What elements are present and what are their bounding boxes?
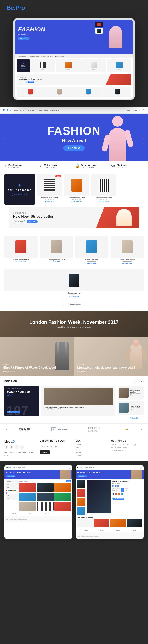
sidebar-color[interactable]: Color	[6, 486, 18, 489]
nav-login[interactable]: LOG IN	[127, 109, 132, 111]
tablet-hero-btn[interactable]: BUY NOW	[18, 37, 30, 40]
footer-nav-men[interactable]: MEN	[4, 451, 8, 453]
footer-nav-sale[interactable]: SALE	[29, 451, 33, 453]
screenshot-right-hero-text: MEN'S LIFESTYLE CLOTHING	[78, 472, 102, 474]
thumbnail-2[interactable]	[77, 489, 85, 497]
product-price-new-2: $100.00 USD	[71, 200, 82, 202]
view-all-link[interactable]: VIEW ALL ›	[130, 417, 139, 419]
load-more-icon: ⟳	[67, 303, 69, 305]
popular-middle-image	[44, 388, 113, 405]
footer-subscribe-input[interactable]	[40, 445, 72, 449]
popular-prev-arrow[interactable]: ‹	[134, 379, 138, 384]
screenshot-right-hero-btn[interactable]: SHOP NOW	[78, 475, 87, 477]
lifestyle-price-btn[interactable]: $0.00 USD	[13, 220, 25, 224]
size-m[interactable]: M	[121, 488, 124, 492]
screenshot-right-nav-cart: 🛒	[140, 466, 142, 470]
social-pinterest[interactable]: p	[20, 445, 24, 449]
nav-portfolio[interactable]: PORTFOLIO	[27, 109, 35, 111]
sidebar-price[interactable]: Price	[6, 494, 18, 497]
sidebar-size[interactable]: Size	[6, 483, 18, 486]
sidebar-category[interactable]: Category	[6, 480, 18, 483]
popular-browse-button[interactable]: Browse Store	[7, 410, 21, 413]
nav-home[interactable]: HOME	[14, 109, 18, 111]
nav-elements[interactable]: ELEMENTS	[50, 109, 59, 111]
product-image-1: SALE	[37, 174, 62, 196]
fashion-week-content: London Fashion Week, November 2017 Read …	[29, 320, 118, 328]
screenshot-product-6[interactable]	[54, 492, 71, 501]
product-detail-title: Slim Fit Formal Shirt	[112, 480, 142, 482]
lifestyle-banner: LIFESTYLE New Now: Striped cotton $0.00 …	[9, 207, 139, 228]
size-l[interactable]: L	[125, 488, 128, 492]
screenshot-product-7[interactable]	[19, 502, 36, 510]
screenshot-left-logo: Be.Pro	[6, 467, 11, 468]
screenshot-product-2[interactable]	[37, 483, 53, 492]
footer-men-shirt[interactable]: Shirt	[76, 446, 108, 448]
promo-cards-section: SUIT Slim Fit Prince of Wales Check Wool…	[0, 337, 148, 376]
footer-nav-lookbook[interactable]: LOOKBOOK	[18, 451, 27, 453]
website-preview: Be.Pro HOME SHOP PORTFOLIO PAGE BLOG ELE…	[0, 107, 148, 461]
popular-middle-title: The Best Fashion clothes from H&M Fashio…	[44, 406, 113, 408]
screenshot-product-8[interactable]	[37, 502, 53, 510]
footer-nav-blog[interactable]: BLOG	[4, 454, 9, 456]
social-twitter[interactable]: t	[10, 445, 14, 449]
social-instagram[interactable]: in	[15, 445, 19, 449]
sidebar-brand[interactable]: Brand	[6, 497, 18, 500]
color-swatch-dark[interactable]	[10, 490, 12, 492]
nav-search-icon[interactable]: 🔍	[143, 109, 145, 111]
footer-men-tshirt[interactable]: T-Shirt	[76, 444, 108, 446]
footer-men-hoodie[interactable]: Hoodie	[76, 452, 108, 454]
hero-arrow-left[interactable]: ‹	[3, 136, 5, 140]
feature-shipping: ✈ Free Shipping Free Shipping	[4, 164, 37, 168]
screenshot-product-4[interactable]	[19, 492, 36, 501]
hero-buy-now-button[interactable]: BUY NOW	[63, 146, 85, 151]
color-red[interactable]	[115, 493, 117, 495]
screenshot-product-3[interactable]	[54, 483, 71, 492]
popular-next-arrow[interactable]: ›	[139, 379, 144, 384]
color-swatch-red[interactable]	[6, 490, 8, 492]
nav-shop[interactable]: SHOP	[20, 109, 25, 111]
thumbnail-1[interactable]	[77, 480, 85, 488]
screenshot-left-hero-btn[interactable]: SHOP NOW	[6, 475, 16, 477]
nav-blog[interactable]: BLOG	[44, 109, 48, 111]
product-name-2: Flecked cotton Fitted	[68, 197, 85, 199]
color-swatch-blue[interactable]	[8, 490, 10, 492]
color-swatch-green[interactable]	[14, 490, 16, 492]
screenshot-left-nav-items: HOME SHOP BLOG	[14, 467, 25, 468]
footer-nav-woman[interactable]: WOMAN	[10, 451, 17, 453]
thumbnail-3[interactable]	[77, 498, 85, 506]
hero-arrow-right[interactable]: ›	[143, 136, 145, 140]
brands-prev-arrow[interactable]: ‹	[4, 428, 9, 431]
popular-more-button[interactable]: More Product →	[12, 193, 27, 196]
color-dark-selected[interactable]	[112, 493, 114, 495]
nav-page[interactable]: PAGE	[38, 109, 42, 111]
brands-next-arrow[interactable]: ›	[139, 428, 144, 431]
color-orange[interactable]	[118, 493, 120, 495]
social-facebook[interactable]: f	[4, 445, 8, 449]
screenshot-left-hero: MEN'S LIFESTYLE CLOTHING SHOP NOW	[4, 470, 72, 479]
color-swatch-purple[interactable]	[6, 492, 8, 494]
add-to-cart-button[interactable]: ADD TO CART	[112, 498, 124, 500]
screenshot-filter-bar: Showing 12 of 36 Filter	[19, 480, 71, 482]
screenshot-product-5[interactable]	[37, 492, 53, 501]
footer-subscribe-button[interactable]: Submit	[40, 450, 50, 454]
product-card-message: Message cotton t-shirt $20.00 USD	[40, 236, 73, 264]
color-blue[interactable]	[121, 493, 123, 495]
nav-signup[interactable]: SIGN UP	[134, 109, 140, 111]
brand-fitstudio: fitStudio PRINTING	[19, 428, 31, 432]
size-s[interactable]: S	[116, 488, 120, 492]
related-2	[94, 519, 109, 528]
screenshot-product-9[interactable]	[54, 502, 71, 510]
screenshot-product-1[interactable]	[19, 483, 36, 492]
thumbnail-4[interactable]	[77, 507, 85, 515]
size-xs[interactable]: XS	[112, 488, 116, 492]
tablet-products-row2: $20.00 $20.00 $175.00 $20.00	[15, 86, 133, 98]
lifestyle-buy-btn[interactable]: BY NOW	[27, 220, 37, 224]
footer-men-jean[interactable]: Jean	[76, 449, 108, 451]
promo-card-suit-label: SUIT	[3, 364, 56, 365]
color-swatch-orange[interactable]	[12, 490, 14, 492]
load-more-button[interactable]: ⟳ LOAD MORE	[63, 302, 85, 306]
shipping-icon: ✈	[4, 164, 7, 168]
footer-men-jacket[interactable]: Jacket	[76, 454, 108, 456]
filter-btn[interactable]: Filter	[66, 480, 71, 482]
product-price-new-noqfio: $15.00 USD	[87, 262, 96, 264]
